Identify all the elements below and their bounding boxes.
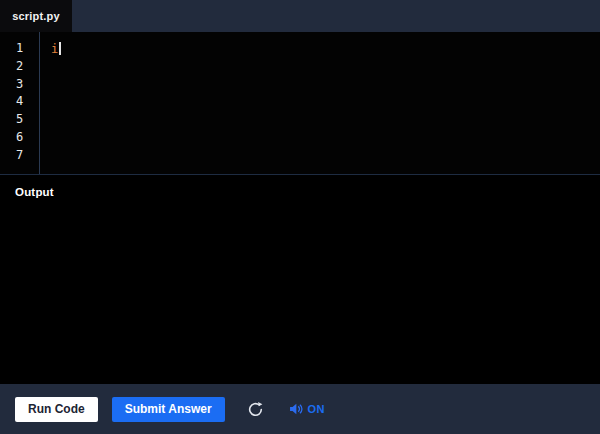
line-number: 3 — [0, 76, 39, 94]
code-area[interactable]: i — [40, 32, 600, 174]
output-panel: Output — [0, 175, 600, 384]
line-number: 5 — [0, 111, 39, 129]
run-code-button[interactable]: Run Code — [15, 397, 98, 422]
line-number: 2 — [0, 58, 39, 76]
line-number: 7 — [0, 147, 39, 165]
speaker-on-icon — [289, 402, 303, 416]
line-number: 1 — [0, 40, 39, 58]
line-number-gutter: 1234567 — [0, 32, 40, 174]
tab-script-py[interactable]: script.py — [0, 0, 72, 32]
refresh-button[interactable] — [245, 398, 267, 420]
sound-toggle[interactable]: ON — [289, 402, 325, 416]
bottom-toolbar: Run Code Submit Answer ON — [0, 384, 600, 434]
submit-answer-button[interactable]: Submit Answer — [112, 397, 225, 422]
code-token: i — [51, 42, 58, 56]
tab-title: script.py — [12, 10, 60, 22]
refresh-icon — [247, 401, 264, 418]
app-window: script.py 1234567 i Output Run Code Subm… — [0, 0, 600, 434]
code-editor[interactable]: 1234567 i — [0, 32, 600, 175]
output-label: Output — [15, 186, 585, 198]
line-number: 6 — [0, 129, 39, 147]
tab-bar: script.py — [0, 0, 600, 32]
text-cursor — [59, 42, 61, 55]
code-line: i — [51, 40, 600, 59]
line-number: 4 — [0, 93, 39, 111]
sound-state-label: ON — [308, 403, 325, 415]
